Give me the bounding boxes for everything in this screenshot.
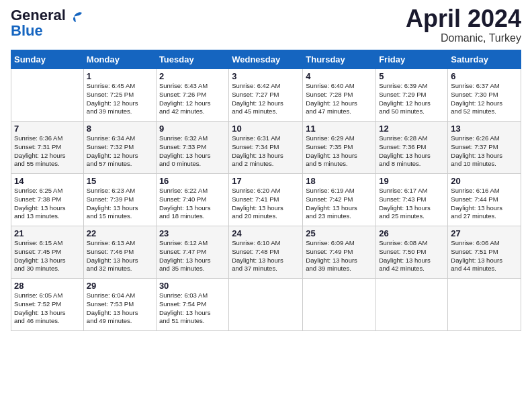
cell-line: Sunset: 7:44 PM — [451, 195, 518, 204]
logo: General Blue — [11, 7, 85, 40]
cell-line: and 13 minutes. — [14, 212, 81, 221]
day-number: 15 — [87, 176, 153, 186]
cell-line: and 5 minutes. — [306, 160, 373, 169]
cell-line: and 0 minutes. — [159, 160, 226, 169]
calendar-cell — [229, 279, 303, 331]
header-row: Sunday Monday Tuesday Wednesday Thursday… — [11, 50, 521, 69]
day-number: 27 — [451, 228, 518, 238]
calendar-cell: 6Sunrise: 6:37 AMSunset: 7:30 PMDaylight… — [448, 69, 521, 122]
calendar-cell: 2Sunrise: 6:43 AMSunset: 7:26 PMDaylight… — [156, 69, 228, 122]
cell-line: Sunset: 7:51 PM — [451, 248, 518, 257]
cell-line: Sunset: 7:46 PM — [87, 248, 153, 257]
cell-line: Daylight: 13 hours — [232, 152, 300, 161]
cell-line: Sunrise: 6:13 AM — [87, 239, 153, 248]
week-row-3: 14Sunrise: 6:25 AMSunset: 7:38 PMDayligh… — [11, 174, 521, 226]
cell-line: Sunrise: 6:42 AM — [232, 82, 300, 91]
day-number: 30 — [159, 281, 226, 291]
location-subtitle: Domanic, Turkey — [406, 32, 521, 44]
cell-line: Sunset: 7:28 PM — [306, 91, 373, 99]
calendar-body: 1Sunrise: 6:45 AMSunset: 7:25 PMDaylight… — [11, 69, 521, 331]
calendar-cell: 7Sunrise: 6:36 AMSunset: 7:31 PMDaylight… — [11, 122, 84, 174]
cell-line: and 37 minutes. — [232, 265, 300, 273]
cell-line: and 39 minutes. — [87, 107, 153, 116]
cell-line: Sunrise: 6:25 AM — [14, 187, 81, 195]
cell-line: Daylight: 13 hours — [159, 257, 226, 265]
cell-line: Sunset: 7:40 PM — [159, 195, 226, 204]
calendar-header: Sunday Monday Tuesday Wednesday Thursday… — [11, 50, 521, 69]
cell-line: Sunrise: 6:22 AM — [159, 187, 226, 195]
cell-line: and 39 minutes. — [306, 265, 373, 273]
calendar-cell: 5Sunrise: 6:39 AMSunset: 7:29 PMDaylight… — [376, 69, 448, 122]
day-number: 18 — [306, 176, 373, 186]
cell-line: Sunset: 7:36 PM — [379, 143, 445, 152]
cell-line: and 23 minutes. — [306, 212, 373, 221]
calendar-cell: 13Sunrise: 6:26 AMSunset: 7:37 PMDayligh… — [448, 122, 521, 174]
calendar-cell: 26Sunrise: 6:08 AMSunset: 7:50 PMDayligh… — [376, 226, 448, 279]
day-number: 19 — [379, 176, 445, 186]
cell-line: and 42 minutes. — [159, 107, 226, 116]
cell-line: and 57 minutes. — [87, 160, 153, 169]
cell-line: and 32 minutes. — [87, 265, 153, 273]
cell-line: Daylight: 13 hours — [306, 204, 373, 213]
cell-line: Sunrise: 6:06 AM — [451, 239, 518, 248]
day-number: 24 — [232, 228, 300, 238]
calendar-cell: 20Sunrise: 6:16 AMSunset: 7:44 PMDayligh… — [448, 174, 521, 226]
month-title: April 2024 — [406, 7, 521, 31]
cell-line: and 49 minutes. — [87, 317, 153, 326]
cell-line: and 27 minutes. — [451, 212, 518, 221]
cell-line: Sunset: 7:39 PM — [87, 195, 153, 204]
calendar-cell: 27Sunrise: 6:06 AMSunset: 7:51 PMDayligh… — [448, 226, 521, 279]
day-number: 14 — [14, 176, 81, 186]
col-saturday: Saturday — [448, 50, 521, 69]
day-number: 8 — [87, 124, 153, 134]
col-tuesday: Tuesday — [156, 50, 228, 69]
cell-line: Sunset: 7:50 PM — [379, 248, 445, 257]
day-number: 2 — [159, 71, 226, 81]
day-number: 9 — [159, 124, 226, 134]
cell-line: Sunrise: 6:04 AM — [87, 291, 153, 300]
cell-line: Sunset: 7:42 PM — [306, 195, 373, 204]
cell-line: Sunset: 7:38 PM — [14, 195, 81, 204]
calendar-cell — [303, 279, 376, 331]
cell-line: Daylight: 13 hours — [451, 204, 518, 213]
col-monday: Monday — [83, 50, 156, 69]
cell-line: Sunrise: 6:29 AM — [306, 134, 373, 143]
day-number: 17 — [232, 176, 300, 186]
cell-line: Sunset: 7:33 PM — [159, 143, 226, 152]
cell-line: Sunset: 7:31 PM — [14, 143, 81, 152]
calendar-cell — [376, 279, 448, 331]
calendar-cell: 24Sunrise: 6:10 AMSunset: 7:48 PMDayligh… — [229, 226, 303, 279]
calendar-cell: 11Sunrise: 6:29 AMSunset: 7:35 PMDayligh… — [303, 122, 376, 174]
day-number: 3 — [232, 71, 300, 81]
cell-line: Sunrise: 6:12 AM — [159, 239, 226, 248]
cell-line: and 8 minutes. — [379, 160, 445, 169]
calendar-cell: 12Sunrise: 6:28 AMSunset: 7:36 PMDayligh… — [376, 122, 448, 174]
cell-line: Sunset: 7:27 PM — [232, 91, 300, 99]
calendar-cell: 3Sunrise: 6:42 AMSunset: 7:27 PMDaylight… — [229, 69, 303, 122]
cell-line: Daylight: 13 hours — [451, 257, 518, 265]
cell-line: Daylight: 13 hours — [159, 204, 226, 213]
page: General Blue April 2024 Domanic, Turkey … — [0, 0, 532, 338]
col-thursday: Thursday — [303, 50, 376, 69]
cell-line: Daylight: 13 hours — [232, 204, 300, 213]
cell-line: and 46 minutes. — [14, 317, 81, 326]
calendar-cell: 16Sunrise: 6:22 AMSunset: 7:40 PMDayligh… — [156, 174, 228, 226]
title-section: April 2024 Domanic, Turkey — [406, 7, 521, 44]
cell-line: Sunset: 7:41 PM — [232, 195, 300, 204]
cell-line: Sunset: 7:37 PM — [451, 143, 518, 152]
calendar-cell: 30Sunrise: 6:03 AMSunset: 7:54 PMDayligh… — [156, 279, 228, 331]
cell-line: Daylight: 13 hours — [14, 257, 81, 265]
calendar-cell: 18Sunrise: 6:19 AMSunset: 7:42 PMDayligh… — [303, 174, 376, 226]
cell-line: Sunrise: 6:37 AM — [451, 82, 518, 91]
cell-line: Sunrise: 6:39 AM — [379, 82, 445, 91]
cell-line: and 44 minutes. — [451, 265, 518, 273]
cell-line: Sunrise: 6:05 AM — [14, 291, 81, 300]
logo-bird-icon — [70, 10, 85, 25]
cell-line: Sunrise: 6:08 AM — [379, 239, 445, 248]
cell-line: Sunrise: 6:17 AM — [379, 187, 445, 195]
cell-line: and 25 minutes. — [379, 212, 445, 221]
calendar-table: Sunday Monday Tuesday Wednesday Thursday… — [11, 50, 521, 331]
col-wednesday: Wednesday — [229, 50, 303, 69]
calendar-cell: 10Sunrise: 6:31 AMSunset: 7:34 PMDayligh… — [229, 122, 303, 174]
cell-line: and 42 minutes. — [379, 265, 445, 273]
